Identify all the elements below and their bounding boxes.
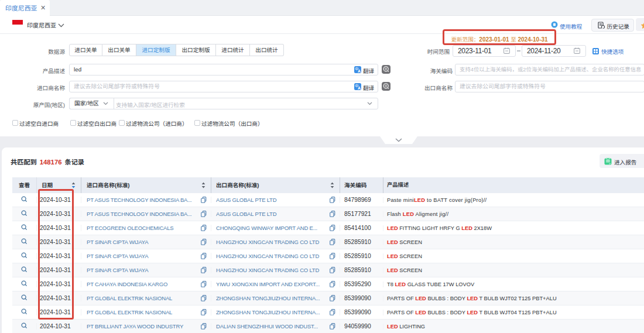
svg-text:A: A: [358, 86, 361, 90]
svg-text:A: A: [358, 69, 361, 73]
